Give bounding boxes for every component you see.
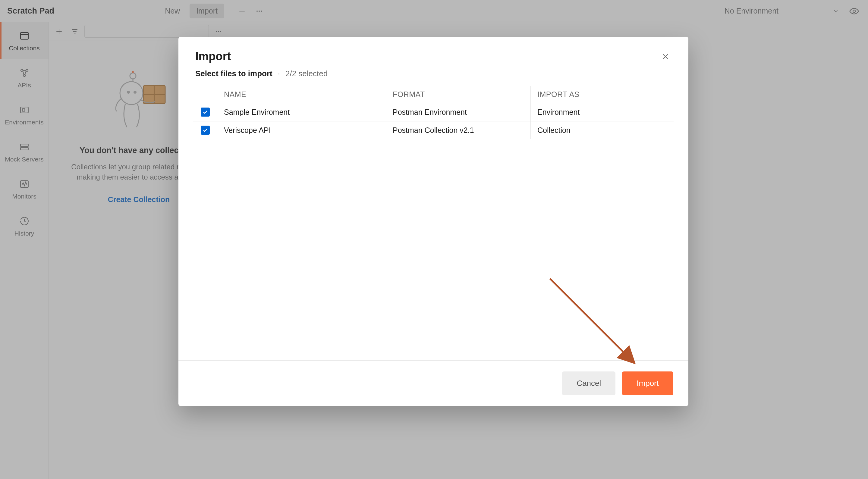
row-checkbox[interactable]	[201, 126, 210, 135]
selected-count: 2/2 selected	[285, 69, 328, 78]
cell-format: Postman Collection v2.1	[386, 121, 531, 139]
modal-close-button[interactable]	[659, 51, 672, 63]
cancel-button[interactable]: Cancel	[562, 372, 615, 395]
cell-name: Veriscope API	[217, 121, 386, 139]
column-header-checkbox	[193, 86, 217, 103]
row-checkbox[interactable]	[201, 107, 210, 117]
import-files-table: NAME FORMAT IMPORT AS Sample Enviroment …	[193, 86, 674, 139]
import-button[interactable]: Import	[622, 372, 673, 395]
table-row: Sample Enviroment Postman Environment En…	[193, 103, 674, 121]
close-icon	[661, 53, 670, 61]
check-icon	[202, 109, 208, 115]
modal-subtitle-text: Select files to import	[195, 69, 273, 78]
cell-format: Postman Environment	[386, 103, 531, 121]
import-modal: Import Select files to import · 2/2 sele…	[179, 37, 688, 406]
modal-title: Import	[195, 50, 231, 63]
cell-import-as: Collection	[531, 121, 674, 139]
modal-subtitle: Select files to import · 2/2 selected	[179, 69, 688, 86]
cell-name: Sample Enviroment	[217, 103, 386, 121]
separator-dot: ·	[278, 69, 280, 78]
table-row: Veriscope API Postman Collection v2.1 Co…	[193, 121, 674, 139]
cell-import-as: Environment	[531, 103, 674, 121]
column-header-name: NAME	[217, 86, 386, 103]
column-header-import-as: IMPORT AS	[531, 86, 674, 103]
column-header-format: FORMAT	[386, 86, 531, 103]
check-icon	[202, 127, 208, 133]
